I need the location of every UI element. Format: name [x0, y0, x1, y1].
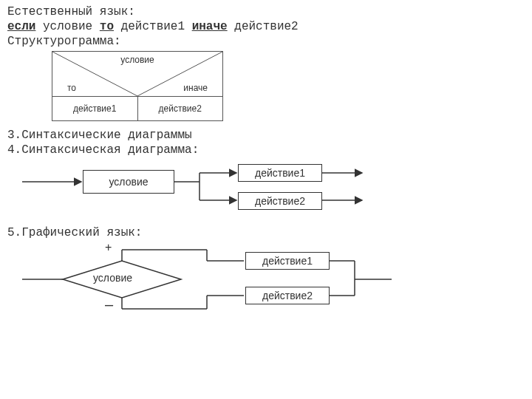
- plus-label: +: [105, 241, 112, 254]
- structogram-cond: условие: [52, 55, 222, 65]
- graphic-a1-box: действие1: [245, 252, 330, 270]
- section4-title: 4.Синтаксическая диаграмма:: [7, 143, 525, 157]
- syntax-diagram-lines: [22, 160, 392, 219]
- word-a2: действие2: [228, 20, 299, 33]
- structogram-then: то: [67, 83, 76, 93]
- section2-title: Структурограмма:: [7, 35, 525, 48]
- section1-title: Естественный язык:: [7, 5, 525, 18]
- structogram-else: иначе: [183, 83, 208, 93]
- word-then: то: [100, 20, 114, 33]
- syntax-diagram: условие действие1 действие2: [22, 160, 392, 219]
- section5-title: 5.Графический язык:: [7, 226, 525, 239]
- syntax-a1-box: действие1: [238, 164, 322, 182]
- structogram-a2: действие2: [138, 97, 223, 120]
- word-if: если: [7, 20, 35, 33]
- word-else: иначе: [192, 20, 228, 33]
- diamond-cond: условие: [93, 272, 132, 284]
- word-cond: условие: [35, 20, 99, 33]
- word-a1: действие1: [114, 20, 192, 33]
- graphic-a2-box: действие2: [245, 287, 330, 304]
- structogram: условие то иначе действие1 действие2: [52, 51, 223, 121]
- section1-sentence: если условие то действие1 иначе действие…: [7, 20, 525, 33]
- section3-title: 3.Синтаксические диаграммы: [7, 129, 525, 142]
- structogram-a1: действие1: [52, 97, 138, 120]
- graphic-language: условие + – действие1 действие2: [22, 242, 406, 316]
- minus-label: –: [105, 296, 113, 313]
- syntax-a2-box: действие2: [238, 192, 322, 210]
- syntax-cond-box: условие: [83, 170, 174, 194]
- graphic-lines: [22, 242, 406, 316]
